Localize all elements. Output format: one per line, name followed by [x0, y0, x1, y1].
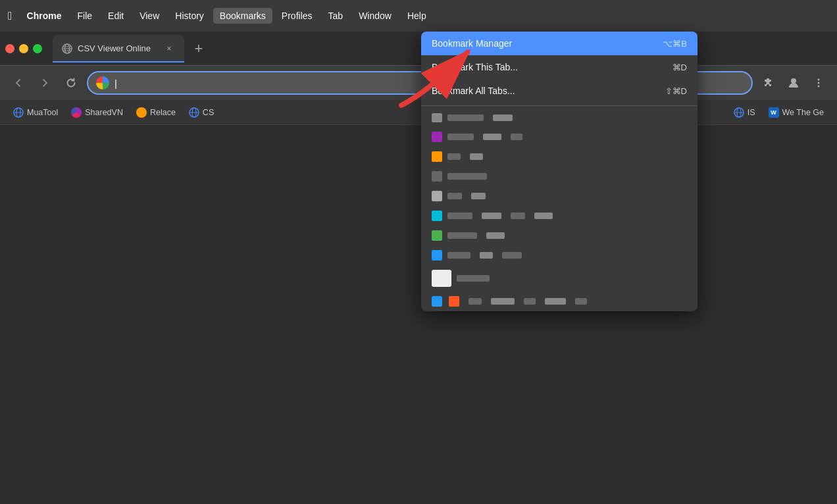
back-button[interactable]	[8, 72, 29, 93]
bookmark-icon-10a	[432, 296, 442, 307]
bookmark-row-4[interactable]	[421, 166, 698, 186]
bookmark-muatool[interactable]: MuaTool	[8, 105, 63, 120]
menu-profiles[interactable]: Profiles	[275, 8, 319, 24]
bookmark-text-3a	[447, 153, 461, 160]
traffic-light-minimize[interactable]	[19, 44, 28, 53]
dropdown-divider	[421, 105, 698, 106]
bookmark-sharedvn-icon	[71, 107, 82, 118]
bookmark-row-3[interactable]	[421, 147, 698, 166]
bookmark-text-2c	[511, 134, 522, 140]
svg-point-8	[818, 86, 820, 88]
bookmark-sharedvn[interactable]: SharedVN	[66, 105, 128, 120]
bookmark-icon-3	[432, 151, 442, 162]
bookmark-text-10d	[545, 298, 566, 305]
bookmark-text-8c	[502, 252, 522, 259]
bookmark-row-10[interactable]	[421, 291, 698, 311]
tabbar: CSV Viewer Online × +	[0, 32, 837, 66]
bookmark-text-7b	[486, 232, 505, 239]
svg-point-6	[818, 79, 820, 81]
main-content	[0, 125, 837, 504]
bookmark-relace-icon	[136, 107, 147, 118]
menu-help[interactable]: Help	[401, 8, 433, 24]
bookmark-icon-7	[432, 230, 442, 241]
apple-menu-icon[interactable]: 	[8, 9, 13, 23]
bookmark-sharedvn-label: SharedVN	[85, 108, 123, 117]
bookmark-text-6d	[534, 213, 553, 219]
bookmark-text-6c	[511, 213, 525, 219]
bookmark-we-the-icon: W	[769, 107, 779, 118]
bookmark-text-2a	[447, 134, 474, 140]
bookmark-this-tab-shortcut: ⌘D	[672, 63, 687, 72]
bookmark-row-5[interactable]	[421, 186, 698, 206]
bookmark-row-9[interactable]	[421, 265, 698, 291]
new-tab-button[interactable]: +	[187, 37, 211, 61]
svg-point-7	[818, 82, 820, 84]
bookmark-row-6[interactable]	[421, 206, 698, 226]
bookmark-text-6a	[447, 213, 472, 219]
bookmark-icon-9	[432, 270, 451, 287]
bookmark-manager-label: Bookmark Manager	[432, 38, 512, 49]
traffic-light-close[interactable]	[5, 44, 14, 53]
bookmarks-bar: MuaTool SharedVN Relace CS IS W	[0, 100, 837, 125]
bookmark-text-3b	[470, 153, 483, 160]
bookmark-manager-item[interactable]: Bookmark Manager ⌥⌘B	[421, 32, 698, 55]
svg-point-5	[791, 78, 796, 84]
bookmark-row-2[interactable]	[421, 127, 698, 147]
bookmark-is-label: IS	[748, 108, 755, 117]
bookmark-icon-10b	[449, 296, 459, 307]
bookmark-cs-label: CS	[203, 108, 214, 117]
bookmark-manager-shortcut: ⌥⌘B	[663, 39, 687, 49]
bookmark-text-4	[447, 173, 487, 180]
profile-button[interactable]	[783, 72, 804, 93]
bookmark-we-the-label: We The Ge	[782, 108, 824, 117]
bookmark-row-8[interactable]	[421, 245, 698, 265]
bookmark-icon-6	[432, 211, 442, 221]
bookmark-text-8b	[480, 252, 493, 259]
bookmark-relace-label: Relace	[150, 108, 176, 117]
menu-bookmarks[interactable]: Bookmarks	[213, 8, 272, 24]
bookmark-this-tab-item[interactable]: Bookmark This Tab... ⌘D	[421, 55, 698, 79]
extensions-button[interactable]	[758, 72, 779, 93]
bookmark-muatool-icon	[13, 107, 24, 118]
folder-icon-1	[432, 113, 442, 122]
bookmark-relace[interactable]: Relace	[131, 105, 181, 120]
bookmark-all-tabs-shortcut: ⇧⌘D	[665, 86, 687, 96]
tab-close-button[interactable]: ×	[163, 43, 175, 55]
bookmark-folder-blurred-1[interactable]	[421, 109, 698, 127]
forward-button[interactable]	[34, 72, 55, 93]
bookmark-text-8a	[447, 252, 470, 259]
bookmark-is[interactable]: IS	[728, 105, 761, 120]
menu-tab[interactable]: Tab	[322, 8, 350, 24]
bookmark-text-6b	[482, 213, 501, 219]
bookmark-row-7[interactable]	[421, 226, 698, 245]
bookmark-icon-5	[432, 191, 442, 201]
bookmark-text-9	[457, 275, 490, 282]
menu-edit[interactable]: Edit	[101, 8, 130, 24]
menubar:  Chrome File Edit View History Bookmark…	[0, 0, 837, 32]
menu-window[interactable]: Window	[352, 8, 398, 24]
bookmark-muatool-label: MuaTool	[27, 108, 58, 117]
menu-history[interactable]: History	[168, 8, 211, 24]
tab-favicon	[62, 43, 72, 54]
bookmark-this-tab-label: Bookmark This Tab...	[432, 62, 518, 72]
browser-tab[interactable]: CSV Viewer Online ×	[53, 35, 184, 63]
refresh-button[interactable]	[61, 72, 82, 93]
bookmark-cs[interactable]: CS	[184, 105, 219, 120]
bookmark-all-tabs-item[interactable]: Bookmark All Tabs... ⇧⌘D	[421, 79, 698, 103]
traffic-light-maximize[interactable]	[33, 44, 42, 53]
omnibox-cursor: |	[114, 78, 117, 89]
menu-view[interactable]: View	[133, 8, 166, 24]
bookmark-icon-4	[432, 171, 442, 182]
menu-chrome[interactable]: Chrome	[20, 8, 68, 24]
bookmark-text-10e	[575, 298, 587, 305]
toolbar: |	[0, 66, 837, 100]
bookmark-text-1a	[447, 114, 484, 121]
menu-file[interactable]: File	[70, 8, 99, 24]
menu-button[interactable]	[808, 72, 829, 93]
bookmark-text-1b	[493, 114, 513, 121]
bookmark-we-the[interactable]: W We The Ge	[763, 105, 829, 120]
bookmark-text-10c	[524, 298, 536, 305]
bookmark-cs-icon	[189, 107, 199, 118]
toolbar-right	[758, 72, 829, 93]
bookmark-text-5a	[447, 193, 462, 199]
